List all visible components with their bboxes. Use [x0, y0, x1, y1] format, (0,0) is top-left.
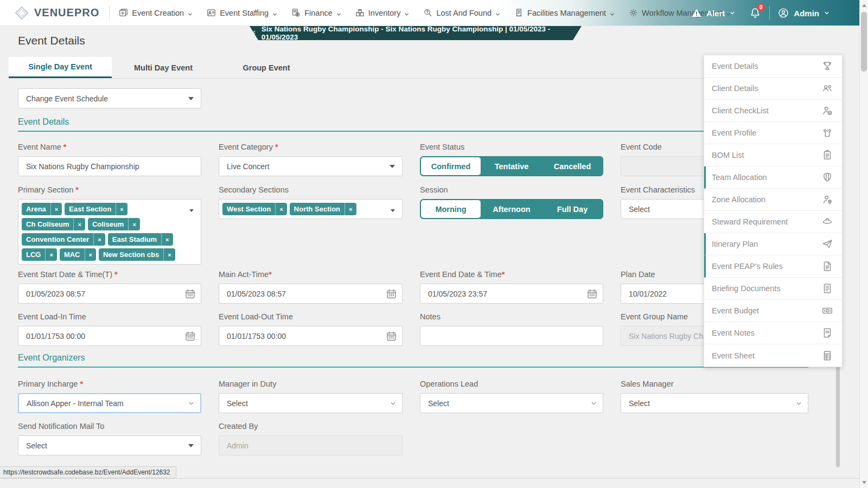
- tab-single-day-event[interactable]: Single Day Event: [9, 57, 112, 78]
- event-category-select[interactable]: Live Concert: [219, 156, 403, 176]
- sidebar-item-client-checklist[interactable]: Client CheckList: [704, 100, 842, 122]
- tag-remove-icon[interactable]: ×: [45, 248, 56, 261]
- load-in-time-input[interactable]: 01/01/1753 00:00: [18, 326, 201, 346]
- event-status-option-cancelled[interactable]: Cancelled: [542, 157, 603, 176]
- nav-item-facilities-management[interactable]: Facilities Management: [514, 8, 615, 18]
- dropdown-caret-icon: [391, 209, 395, 212]
- notifications-button[interactable]: 0: [749, 6, 762, 20]
- chevron-down-icon: [824, 10, 830, 16]
- sidebar-item-client-details[interactable]: Client Details: [704, 78, 842, 100]
- navbar-divider: [109, 6, 110, 20]
- event-status-option-tentative[interactable]: Tentative: [481, 157, 542, 176]
- event-status-option-confirmed[interactable]: Confirmed: [420, 157, 481, 176]
- nav-item-label: Inventory: [368, 9, 401, 17]
- nav-item-lost-and-found[interactable]: Lost And Found: [423, 8, 501, 18]
- page-title: Event Details: [18, 34, 85, 47]
- tag-remove-icon[interactable]: ×: [50, 203, 62, 215]
- event-name-input[interactable]: [18, 156, 201, 176]
- sidebar-item-bom-list[interactable]: BOM List: [704, 144, 842, 166]
- calendar-icon[interactable]: [184, 288, 196, 299]
- app-window: VENUEPRO Event CreationEvent StaffingFin…: [0, 0, 868, 488]
- trophy-icon: [821, 60, 833, 72]
- section-tag: Ch Coliseum×: [22, 218, 85, 230]
- chevron-down-icon: [272, 10, 278, 16]
- sidebar-item-itinerary-plan[interactable]: Itinerary Plan: [704, 233, 842, 255]
- sheet-icon: [821, 350, 833, 362]
- browser-scrollbar[interactable]: [859, 0, 868, 488]
- sales-manager-select[interactable]: Select: [621, 393, 808, 413]
- tag-remove-icon[interactable]: ×: [93, 233, 105, 246]
- sidebar-item-briefing-documents[interactable]: Briefing Documents: [704, 278, 842, 300]
- tag-remove-icon[interactable]: ×: [85, 248, 96, 261]
- event-banner[interactable]: Six Nations Rugby Championship - Six Nat…: [250, 26, 582, 40]
- tag-remove-icon[interactable]: ×: [163, 248, 175, 261]
- calendar-icon[interactable]: [184, 330, 196, 342]
- tab-multi-day-event[interactable]: Multi Day Event: [112, 57, 215, 78]
- document-lines-icon: [821, 260, 833, 272]
- field-label: Event Category: [219, 143, 278, 151]
- section-header-event-organizers: Event Organizers: [18, 353, 85, 363]
- event-staffing-icon: [206, 8, 216, 18]
- nav-item-finance[interactable]: Finance: [291, 8, 342, 18]
- event-start-datetime-input[interactable]: 01/05/2023 08:57: [18, 284, 201, 304]
- sidebar-item-event-sheet[interactable]: Event Sheet: [704, 344, 842, 367]
- change-event-schedule-select[interactable]: Change Event Schedule: [18, 88, 201, 108]
- field-manager-in-duty: Manager in Duty Select: [219, 380, 403, 413]
- calendar-icon[interactable]: [386, 330, 397, 342]
- sidebar-item-event-profile[interactable]: Event Profile: [704, 122, 842, 144]
- tab-group-event[interactable]: Group Event: [215, 57, 318, 78]
- sidebar-item-label: Client CheckList: [712, 106, 769, 115]
- session-option-full-day[interactable]: Full Day: [542, 200, 603, 219]
- tag-remove-icon[interactable]: ×: [161, 233, 173, 246]
- browser-status-bar: https://testcrowdsafe.codebase.bz/Event/…: [0, 466, 176, 478]
- field-label: Event Group Name: [621, 312, 688, 321]
- sidebar-item-team-allocation[interactable]: Team Allocation: [704, 166, 842, 189]
- event-start-value: 01/05/2023 08:57: [26, 290, 85, 298]
- field-event-category: Event Category Live Concert: [219, 143, 403, 176]
- scrollbar-thumb[interactable]: [861, 12, 867, 72]
- load-in-value: 01/01/1753 00:00: [26, 332, 85, 341]
- sidebar-item-steward-requirement[interactable]: Steward Requirement: [704, 211, 842, 233]
- session-option-morning[interactable]: Morning: [420, 200, 481, 219]
- manager-in-duty-value: Select: [227, 399, 248, 408]
- load-out-time-input[interactable]: 01/01/1753 00:00: [219, 326, 403, 346]
- scroll-down-arrow-icon[interactable]: [862, 481, 866, 484]
- sidebar-item-event-details[interactable]: Event Details: [704, 55, 842, 78]
- scroll-up-arrow-icon[interactable]: [862, 4, 866, 7]
- alert-menu[interactable]: Alert: [691, 8, 736, 18]
- sidebar-item-event-notes[interactable]: Event Notes: [704, 322, 842, 344]
- calendar-icon[interactable]: [586, 288, 598, 299]
- event-end-value: 01/05/2023 23:57: [428, 290, 487, 298]
- manager-in-duty-select[interactable]: Select: [219, 393, 403, 413]
- nav-item-event-staffing[interactable]: Event Staffing: [206, 8, 278, 18]
- tag-remove-icon[interactable]: ×: [128, 218, 139, 230]
- session-option-afternoon[interactable]: Afternoon: [481, 200, 542, 219]
- calendar-icon[interactable]: [386, 288, 397, 299]
- sidebar-item-zone-allocation[interactable]: Zone Allocation: [704, 189, 842, 211]
- tag-remove-icon[interactable]: ×: [344, 203, 356, 215]
- operations-lead-select[interactable]: Select: [420, 393, 603, 413]
- primary-incharge-select[interactable]: Allison Apper - Internal Team: [18, 393, 201, 413]
- main-act-time-input[interactable]: 01/05/2023 08:57: [219, 284, 403, 304]
- primary-section-multiselect[interactable]: Arena×East Section×Ch Coliseum×Coliseum×…: [18, 199, 201, 265]
- user-menu[interactable]: Admin: [777, 7, 830, 19]
- send-notification-select[interactable]: Select: [18, 435, 201, 455]
- section-tag: West Section×: [222, 203, 287, 215]
- field-label: Operations Lead: [420, 380, 478, 388]
- tag-remove-icon[interactable]: ×: [116, 203, 127, 215]
- tag-remove-icon[interactable]: ×: [73, 218, 85, 230]
- tag-remove-icon[interactable]: ×: [275, 203, 286, 215]
- nav-item-event-creation[interactable]: Event Creation: [118, 8, 193, 18]
- event-type-tabs: Single Day Event Multi Day Event Group E…: [9, 57, 809, 79]
- nav-item-inventory[interactable]: Inventory: [355, 8, 410, 18]
- session-segmented: MorningAfternoonFull Day: [420, 199, 603, 219]
- tag-label: Ch Coliseum: [22, 218, 73, 230]
- chevron-down-icon: [495, 10, 501, 16]
- sidebar-item-event-budget[interactable]: Event Budget: [704, 300, 842, 322]
- notes-input[interactable]: [420, 326, 603, 346]
- user-circle-icon: [777, 7, 789, 19]
- secondary-sections-multiselect[interactable]: West Section×North Section×: [219, 199, 403, 219]
- event-end-datetime-input[interactable]: 01/05/2023 23:57: [420, 284, 603, 304]
- sidebar-item-event-peap-s-rules[interactable]: Event PEAP's Rules: [704, 255, 842, 278]
- brand-logo[interactable]: VENUEPRO: [14, 5, 99, 21]
